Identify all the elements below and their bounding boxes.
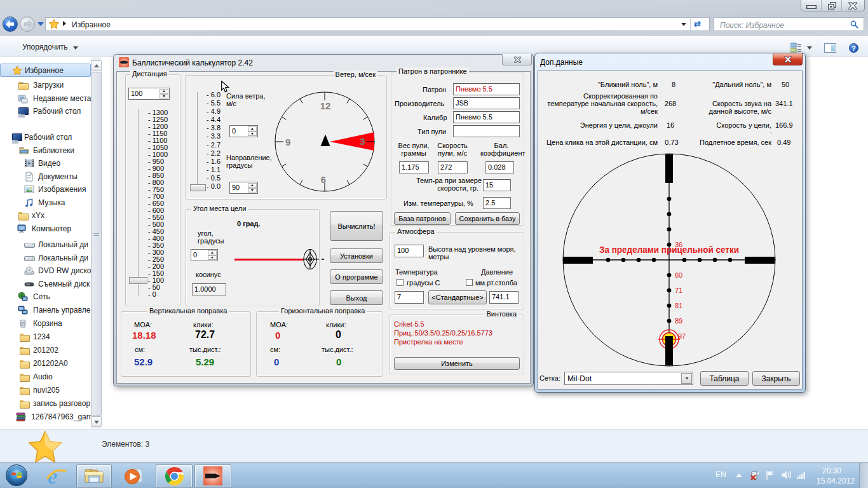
svg-text:9: 9 [285, 137, 290, 147]
svg-text:За пределами прицельной сетки: За пределами прицельной сетки [599, 244, 739, 255]
svg-text:71: 71 [675, 287, 682, 294]
svg-text:60: 60 [675, 271, 682, 279]
svg-text:81: 81 [675, 302, 682, 309]
svg-text:97: 97 [678, 332, 686, 340]
svg-text:89: 89 [675, 317, 682, 325]
svg-text:6: 6 [321, 174, 326, 185]
svg-text:12: 12 [320, 100, 331, 111]
svg-text:3: 3 [360, 136, 365, 147]
